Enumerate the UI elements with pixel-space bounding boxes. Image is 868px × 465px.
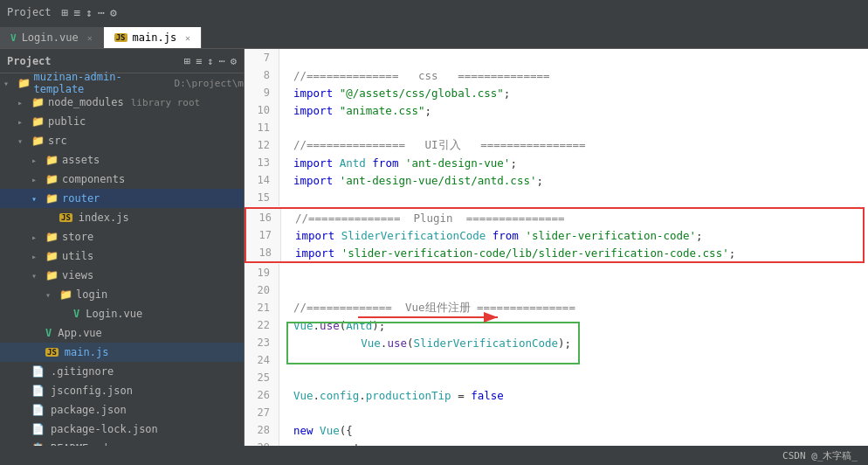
prod-26: productionTip: [366, 389, 451, 402]
tab-main-js-close[interactable]: ✕: [185, 33, 190, 43]
tab-login-vue-close[interactable]: ✕: [87, 33, 93, 43]
folder-icon-router: 📁: [45, 192, 59, 205]
code-line-28: 28 new Vue({: [245, 421, 868, 439]
public-label: public: [48, 115, 86, 128]
line-num-8: 8: [245, 66, 279, 84]
sidebar-item-gitignore[interactable]: 📄 .gitignore: [0, 362, 244, 381]
line-num-10: 10: [245, 101, 279, 119]
tab-main-js-label: main.js: [133, 31, 177, 44]
sidebar-icon-1[interactable]: ⊞: [184, 55, 190, 67]
folder-icon-src: 📁: [31, 135, 45, 147]
semi-9: ;: [504, 87, 511, 100]
arrow-components: ▸: [31, 175, 42, 184]
folder-icon-assets: 📁: [45, 154, 59, 166]
sidebar-item-components[interactable]: ▸ 📁 components: [0, 170, 244, 189]
sidebar-icon-2[interactable]: ≡: [196, 55, 202, 67]
src-label: src: [48, 135, 67, 147]
code-content-8: //============== css ==============: [279, 69, 550, 82]
sidebar-item-node-modules[interactable]: ▸ 📁 node_modules library root: [0, 93, 244, 112]
code-line-8: 8 //============== css ==============: [245, 66, 868, 84]
line-num-17: 17: [246, 226, 281, 244]
sidebar-item-app-vue[interactable]: V App.vue: [0, 323, 244, 343]
jsconfig-label: jsconfig.json: [51, 385, 133, 397]
sidebar-item-login-vue[interactable]: V Login.vue: [0, 304, 244, 323]
code-content-19: [279, 267, 300, 280]
icon-sort[interactable]: ↕: [86, 6, 93, 19]
str-14: 'ant-design-vue/dist/antd.css': [340, 174, 537, 187]
root-sublabel: D:\project\m: [175, 78, 244, 89]
import-kw-10: import: [293, 104, 340, 117]
sidebar-item-router[interactable]: ▾ 📁 router: [0, 189, 244, 208]
code-content-18: import 'slider-verification-code/lib/sli…: [281, 246, 735, 260]
top-bar-icons: ⊞ ≡ ↕ ⋯ ⚙: [62, 6, 117, 19]
code-content-26: Vue.config.productionTip = false: [279, 389, 504, 402]
node-modules-sublabel: library root: [131, 97, 200, 108]
eq-26: =: [451, 389, 472, 402]
import-kw-17: import: [295, 229, 341, 242]
line-num-29: 29: [245, 439, 279, 446]
assets-label: assets: [62, 154, 100, 166]
code-line-10: 10 import "animate.css";: [245, 101, 868, 119]
router-index-label: index.js: [79, 212, 129, 224]
folder-icon-components: 📁: [45, 173, 59, 185]
sidebar-icon-3[interactable]: ↕: [207, 55, 213, 67]
js-icon-main: JS: [45, 348, 59, 357]
login-vue-label: Login.vue: [86, 308, 142, 320]
sidebar-item-main-js[interactable]: JS main.js: [0, 343, 244, 362]
tab-login-vue-label: Login.vue: [22, 31, 79, 44]
sidebar-item-public[interactable]: ▸ 📁 public: [0, 112, 244, 131]
sidebar-item-package-lock[interactable]: 📄 package-lock.json: [0, 420, 244, 439]
sidebar-item-readme[interactable]: 📋 README.md: [0, 439, 244, 446]
sidebar-item-assets[interactable]: ▸ 📁 assets: [0, 150, 244, 170]
sidebar-item-views[interactable]: ▾ 📁 views: [0, 266, 244, 285]
tab-main-js[interactable]: JS main.js ✕: [104, 27, 202, 48]
code-content-15: [279, 191, 300, 205]
import-kw-9: import: [293, 87, 340, 100]
svc-17: SliderVerificationCode: [341, 229, 486, 242]
green-box: Vue.use(SliderVerificationCode);: [286, 322, 580, 364]
sidebar-icon-5[interactable]: ⚙: [231, 55, 237, 67]
vue-icon-login: V: [73, 308, 79, 320]
space2-17: [519, 229, 526, 242]
sidebar-icon-4[interactable]: ⋯: [219, 55, 225, 67]
sidebar-item-store[interactable]: ▸ 📁 store: [0, 227, 244, 246]
code-line-9: 9 import "@/assets/css/global.css";: [245, 84, 868, 101]
import-kw-18: import: [295, 246, 341, 260]
router-29: router,: [293, 441, 380, 447]
sidebar-item-package[interactable]: 📄 package.json: [0, 400, 244, 420]
line-num-9: 9: [245, 84, 279, 101]
sidebar-item-router-index[interactable]: JS index.js: [0, 208, 244, 227]
line-num-21: 21: [245, 299, 279, 316]
sidebar-header: Project ⊞ ≡ ↕ ⋯ ⚙: [0, 49, 244, 73]
code-content-24: [279, 354, 300, 367]
icon-settings[interactable]: ⚙: [110, 6, 117, 19]
tab-login-vue[interactable]: V Login.vue ✕: [0, 27, 104, 48]
vue-icon-app: V: [45, 327, 52, 339]
line-num-28: 28: [245, 421, 279, 439]
sidebar-item-root[interactable]: ▾ 📁 muzinan-admin-template D:\project\m: [0, 73, 244, 93]
code-line-27: 27: [245, 404, 868, 421]
sidebar-item-jsconfig[interactable]: 📄 jsconfig.json: [0, 381, 244, 400]
sidebar-item-utils[interactable]: ▸ 📁 utils: [0, 246, 244, 266]
icon-more[interactable]: ⋯: [98, 6, 105, 19]
icon-package: 📄: [31, 404, 45, 416]
code-area[interactable]: 7 8 //============== css ============== …: [245, 49, 868, 446]
comment-21: //============= Vue组件注册 ===============: [293, 301, 575, 316]
str-13: 'ant-design-vue': [405, 156, 510, 170]
line-num-11: 11: [245, 119, 279, 136]
icon-menu[interactable]: ≡: [73, 6, 80, 19]
vue-28: Vue: [320, 424, 340, 437]
code-line-20: 20: [245, 281, 868, 299]
line-num-13: 13: [245, 154, 279, 171]
semi-14: ;: [536, 174, 543, 187]
sidebar-item-src[interactable]: ▾ 📁 src: [0, 131, 244, 150]
code-content-7: [279, 52, 300, 65]
arrow-node-modules: ▸: [17, 98, 28, 108]
sidebar-item-login-folder[interactable]: ▾ 📁 login: [0, 285, 244, 304]
package-label: package.json: [51, 404, 127, 416]
from-kw-17: from: [493, 229, 519, 242]
line-num-14: 14: [245, 171, 279, 189]
import-kw-13: import: [293, 156, 340, 170]
icon-layout[interactable]: ⊞: [62, 6, 69, 19]
icon-jsconfig: 📄: [31, 385, 45, 397]
